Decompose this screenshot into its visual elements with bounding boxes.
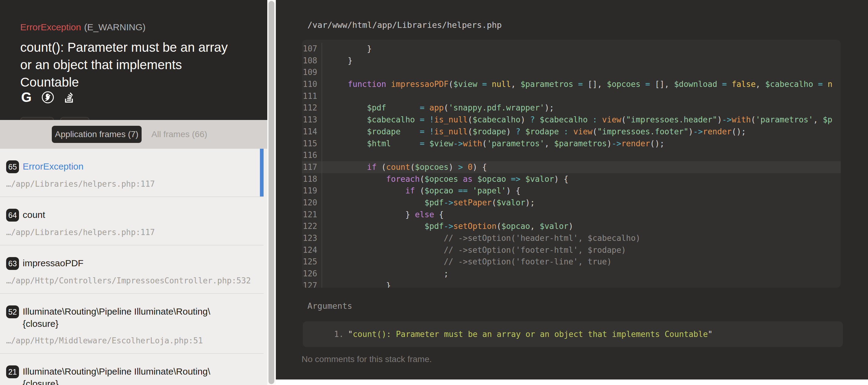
line-number: 118 bbox=[302, 173, 322, 185]
frame-title: count bbox=[23, 209, 243, 221]
code-text: } else { bbox=[322, 209, 444, 221]
sidebar: ErrorException(E_WARNING) count(): Param… bbox=[0, 0, 267, 385]
code-line: 119 if ($opcao == 'papel') { bbox=[302, 185, 841, 197]
code-text bbox=[322, 66, 329, 78]
exception-type-line: ErrorException(E_WARNING) bbox=[20, 22, 146, 32]
code-text bbox=[322, 90, 329, 102]
frame-index-badge: 65 bbox=[6, 161, 19, 173]
frames-list: 65ErrorException…/app/Libraries/helpers.… bbox=[0, 149, 264, 385]
code-line: 121 } else { bbox=[302, 209, 841, 221]
argument-number: 1. bbox=[334, 329, 344, 339]
line-number: 108 bbox=[302, 55, 322, 67]
frame-index-badge: 21 bbox=[6, 365, 19, 378]
frames-tab-bar: Application frames (7) All frames (66) bbox=[0, 120, 267, 149]
stack-frame[interactable]: 21Illuminate\Routing\Pipeline Illuminate… bbox=[0, 354, 264, 385]
code-line: 127 } bbox=[302, 280, 841, 288]
frame-path: …/app/Libraries/helpers.php:117 bbox=[6, 228, 245, 237]
line-number: 117 bbox=[302, 161, 322, 173]
frame-index-badge: 52 bbox=[6, 306, 19, 318]
code-text: // ->setOption('footer-html', $rodape) bbox=[322, 244, 626, 256]
frame-index-badge: 64 bbox=[6, 209, 19, 221]
code-text: ; bbox=[322, 268, 448, 280]
code-text: $rodape = !is_null($rodape) ? $rodape : … bbox=[322, 126, 746, 138]
hide-button[interactable] bbox=[60, 117, 90, 120]
frame-index-badge: 63 bbox=[6, 257, 19, 270]
code-line: 109 bbox=[302, 66, 841, 78]
code-text: } bbox=[322, 55, 352, 67]
frame-path: …/app/Libraries/helpers.php:117 bbox=[6, 179, 245, 188]
stack-frame[interactable]: 52Illuminate\Routing\Pipeline Illuminate… bbox=[0, 294, 264, 354]
line-number: 116 bbox=[302, 149, 322, 161]
header-action-buttons bbox=[20, 117, 90, 120]
line-number: 123 bbox=[302, 232, 322, 244]
exception-message: count(): Parameter must be an array or a… bbox=[20, 39, 236, 91]
line-number: 122 bbox=[302, 220, 322, 232]
frame-head: 64count bbox=[6, 209, 245, 221]
code-text: // ->setOption('header-html', $cabecalho… bbox=[322, 232, 640, 244]
frame-title: ErrorException bbox=[23, 161, 243, 173]
no-comments-text: No comments for this stack frame. bbox=[302, 354, 432, 364]
code-text: $cabecalho = !is_null($cabecalho) ? $cab… bbox=[322, 114, 832, 126]
code-line: 126 ; bbox=[302, 268, 841, 280]
line-number: 126 bbox=[302, 268, 322, 280]
code-line: 118 foreach($opcoes as $opcao => $valor)… bbox=[302, 173, 841, 185]
line-number: 110 bbox=[302, 78, 322, 90]
code-text: foreach($opcoes as $opcao => $valor) { bbox=[322, 173, 568, 185]
line-number: 113 bbox=[302, 114, 322, 126]
code-line: 122 $pdf->setOption($opcao, $valor) bbox=[302, 220, 841, 232]
code-line: 111 bbox=[302, 90, 841, 102]
line-number: 112 bbox=[302, 102, 322, 114]
code-line: 115 $html = $view->with('parametros', $p… bbox=[302, 138, 841, 150]
code-line: 116 bbox=[302, 149, 841, 161]
frame-head: 63impressaoPDF bbox=[6, 257, 245, 270]
line-number: 124 bbox=[302, 244, 322, 256]
frame-title: Illuminate\Routing\Pipeline Illuminate\R… bbox=[23, 306, 243, 330]
code-text: // ->setOption('footer-line', true) bbox=[322, 256, 612, 268]
frame-head: 21Illuminate\Routing\Pipeline Illuminate… bbox=[6, 365, 245, 385]
copy-button[interactable] bbox=[20, 117, 54, 120]
exception-header: ErrorException(E_WARNING) count(): Param… bbox=[0, 0, 267, 120]
arguments-label: Arguments bbox=[307, 301, 352, 311]
code-line: 110 function impressaoPDF($view = null, … bbox=[302, 78, 841, 90]
code-line: 114 $rodape = !is_null($rodape) ? $rodap… bbox=[302, 126, 841, 138]
code-line-highlighted: 117 if (count($opcoes) > 0) { bbox=[302, 161, 841, 173]
whoops-error-page: ErrorException(E_WARNING) count(): Param… bbox=[0, 0, 868, 385]
search-links: G bbox=[20, 91, 76, 104]
code-line: 124 // ->setOption('footer-html', $rodap… bbox=[302, 244, 841, 256]
exception-severity: (E_WARNING) bbox=[84, 22, 146, 32]
frame-head: 52Illuminate\Routing\Pipeline Illuminate… bbox=[6, 306, 245, 330]
frame-path: …/app/Http/Controllers/ImpressoesControl… bbox=[6, 276, 245, 285]
code-text: $html = $view->with('parametros', $param… bbox=[322, 138, 664, 150]
code-text: $pdf = app('snappy.pdf.wrapper'); bbox=[322, 102, 554, 114]
code-text: } bbox=[322, 43, 372, 55]
stack-frame[interactable]: 65ErrorException…/app/Libraries/helpers.… bbox=[0, 149, 264, 197]
google-search-icon[interactable]: G bbox=[20, 91, 33, 104]
line-number: 127 bbox=[302, 280, 322, 288]
code-text: if ($opcao == 'papel') { bbox=[322, 185, 521, 197]
stack-frame[interactable]: 63impressaoPDF…/app/Http/Controllers/Imp… bbox=[0, 245, 264, 294]
argument-value: "count(): Parameter must be an array or … bbox=[348, 329, 713, 339]
tab-application-frames[interactable]: Application frames (7) bbox=[52, 126, 142, 143]
exception-class: ErrorException bbox=[20, 22, 81, 32]
stackoverflow-search-icon[interactable] bbox=[63, 91, 76, 104]
scrollbar-thumb[interactable] bbox=[269, 1, 274, 384]
duckduckgo-search-icon[interactable] bbox=[41, 91, 55, 104]
stack-frame[interactable]: 64count…/app/Libraries/helpers.php:117 bbox=[0, 197, 264, 245]
line-number: 125 bbox=[302, 256, 322, 268]
file-path: /var/www/html/app/Libraries/helpers.php bbox=[307, 20, 502, 30]
code-panel: /var/www/html/app/Libraries/helpers.php … bbox=[276, 0, 868, 380]
line-number: 114 bbox=[302, 126, 322, 138]
code-line: 107 } bbox=[302, 43, 841, 55]
code-text: if (count($opcoes) > 0) { bbox=[322, 161, 487, 173]
frame-head: 65ErrorException bbox=[6, 161, 245, 173]
code-line: 120 $pdf->setPaper($valor); bbox=[302, 197, 841, 209]
line-number: 107 bbox=[302, 43, 322, 55]
line-number: 120 bbox=[302, 197, 322, 209]
code-line: 112 $pdf = app('snappy.pdf.wrapper'); bbox=[302, 102, 841, 114]
tab-all-frames[interactable]: All frames (66) bbox=[151, 126, 207, 143]
page-scrollbar bbox=[267, 0, 276, 385]
line-number: 121 bbox=[302, 209, 322, 221]
frame-path: …/app/Http/Middleware/EscolherLoja.php:5… bbox=[6, 336, 245, 345]
frame-title: impressaoPDF bbox=[23, 257, 243, 269]
arguments-box: 1. "count(): Parameter must be an array … bbox=[303, 321, 843, 347]
